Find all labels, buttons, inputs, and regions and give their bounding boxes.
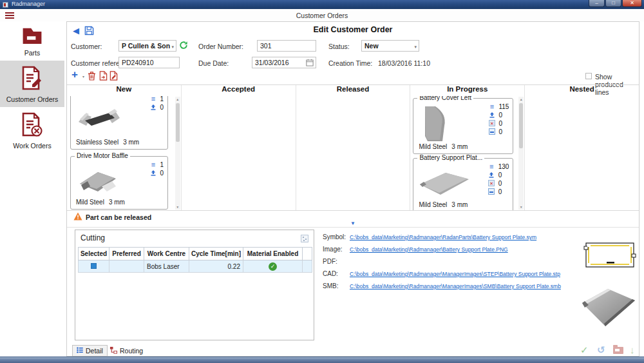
sidebar-item-customer-orders[interactable]: Customer Orders: [0, 61, 64, 107]
menu-strip: Customer Orders: [0, 9, 644, 21]
produced-icon: [488, 112, 496, 118]
download-button[interactable]: ↓: [630, 345, 635, 355]
col-header-cycle-time: Cycle Time[min]: [189, 248, 243, 260]
file-link[interactable]: C:\bobs_data\Marketing\Radmanager\Batter…: [350, 246, 508, 253]
order-number-input[interactable]: 301: [257, 40, 316, 52]
rejected-value: 0: [498, 180, 502, 187]
quantity-icon: ≡: [151, 96, 155, 103]
creation-time-value: 18/03/2016 11:10: [378, 59, 430, 67]
sidebar-item-label: Customer Orders: [0, 95, 64, 103]
part-card-title: Battery Support Plat...: [417, 154, 484, 161]
section-divider: [67, 227, 639, 228]
scroll-up-icon[interactable]: ▲: [518, 97, 524, 102]
due-date-value: 31/03/2016: [255, 59, 289, 66]
file-label: SMB:: [323, 282, 338, 289]
column-scrollbar[interactable]: ▲ ▼: [175, 97, 180, 210]
detail-grid-icon: [77, 347, 83, 355]
nested-value: 0: [498, 128, 502, 135]
customer-reference-input[interactable]: PD240910: [118, 57, 180, 68]
maximize-button[interactable]: □: [605, 0, 621, 7]
column-header: Released: [296, 85, 410, 96]
column-accepted: Accepted: [182, 85, 296, 210]
show-produced-checkbox[interactable]: [585, 73, 592, 79]
rejected-value: 0: [498, 120, 502, 127]
delete-line-button[interactable]: [88, 71, 96, 81]
part-material: Stainless Steel3 mm: [76, 139, 139, 146]
edit-line-button[interactable]: [109, 71, 118, 81]
rejected-icon: ✕: [488, 120, 496, 126]
work-centre-table: Selected Preferred Work Centre Cycle Tim…: [78, 247, 312, 273]
sidebar-item-work-orders[interactable]: Work Orders: [0, 107, 64, 153]
close-button[interactable]: ✕: [622, 0, 642, 7]
folder-button[interactable]: [613, 347, 623, 354]
sidebar-item-label: Parts: [0, 49, 64, 57]
cycle-time-cell: 0.22: [189, 260, 243, 273]
produced-value: 0: [160, 170, 164, 177]
scroll-up-icon[interactable]: ▲: [175, 97, 180, 102]
column-body: [182, 96, 296, 210]
customer-value: P Cullen & Son: [122, 42, 170, 50]
column-body: Battery Cover Left ≡115 0 ✕0 0 Mild Stee…: [410, 96, 524, 210]
part-thumbnail: [76, 104, 122, 135]
customer-reference-value: PD240910: [122, 59, 154, 66]
part-card-title: Battery Cover Left: [417, 96, 473, 101]
column-body: Chassis Base Panel ≡1 0 Stainless Steel3…: [67, 96, 181, 210]
calendar-icon[interactable]: [306, 59, 314, 68]
part-material: Mild Steel3 mm: [76, 199, 125, 206]
column-released: Released: [296, 85, 411, 210]
confirm-button[interactable]: ✓: [580, 345, 589, 355]
detail-expander-icon[interactable]: ▼: [67, 221, 639, 226]
file-link[interactable]: C:\bobs_data\Marketing\Radmanager\Manage…: [350, 271, 560, 277]
minimize-button[interactable]: –: [589, 0, 605, 7]
refresh-customer-icon[interactable]: [179, 41, 188, 50]
tab-detail[interactable]: Detail: [72, 345, 108, 357]
column-scrollbar[interactable]: ▲ ▼: [518, 97, 524, 210]
tab-routing[interactable]: Routing: [106, 345, 147, 357]
window-titlebar[interactable]: Radmanager – □ ✕: [0, 0, 644, 9]
part-card[interactable]: Drive Motor Baffle ≡1 0 Mild Steel3 mm: [70, 156, 168, 210]
part-thumbnail: [417, 169, 471, 197]
sidebar-item-parts[interactable]: Parts: [0, 21, 64, 61]
produced-value: 0: [160, 104, 164, 111]
part-card[interactable]: Battery Cover Left ≡115 0 ✕0 0 Mild Stee…: [413, 98, 513, 154]
column-header: Nested: [525, 85, 639, 96]
col-header-selected: Selected: [79, 248, 109, 260]
add-line-button[interactable]: +: [71, 69, 78, 80]
part-card-title: Drive Motor Baffle: [75, 152, 130, 159]
column-body: [296, 96, 410, 210]
column-header: New: [67, 85, 181, 96]
add-line-dropdown-icon[interactable]: ▾: [82, 75, 84, 79]
produced-icon: [149, 104, 157, 110]
part-card[interactable]: Battery Support Plat... ≡130 0 ✕0 0 Mild…: [413, 158, 513, 210]
quantity-value: 130: [498, 163, 509, 170]
quantity-icon: ≡: [490, 103, 494, 110]
customer-select[interactable]: P Cullen & Son ▾: [118, 40, 176, 52]
due-date-input[interactable]: 31/03/2016: [252, 57, 316, 68]
file-link[interactable]: C:\bobs_data\Marketing\Radmanager\RadanP…: [350, 234, 536, 240]
file-link[interactable]: C:\bobs_data\Marketing\Radmanager\Manage…: [350, 283, 561, 289]
warning-icon: [73, 212, 82, 221]
selected-checkbox[interactable]: [91, 263, 97, 269]
order-number-label: Order Number:: [198, 43, 243, 50]
scroll-down-icon[interactable]: ▼: [518, 204, 524, 210]
part-thumbnail: [422, 105, 450, 142]
scroll-down-icon[interactable]: ▼: [175, 204, 180, 210]
file-label: CAD:: [323, 270, 338, 277]
part-3d-preview: [577, 284, 639, 333]
undo-button[interactable]: ↺: [597, 345, 605, 355]
material-enabled-icon: ✓: [269, 262, 277, 271]
routing-icon: [109, 346, 117, 355]
table-row[interactable]: Bobs Laser 0.22 ✓: [79, 260, 312, 273]
col-header-material-enabled: Material Enabled: [243, 248, 303, 260]
page-title: Edit Customer Order: [67, 25, 639, 34]
sidebar: Parts Customer Orders Work Orders: [0, 21, 64, 357]
drawing-preview: [582, 240, 638, 271]
status-select[interactable]: New ▾: [361, 40, 419, 52]
part-card[interactable]: Chassis Base Panel ≡1 0 Stainless Steel3…: [70, 96, 168, 150]
popout-icon[interactable]: [301, 235, 308, 242]
work-orders-icon: [21, 128, 43, 139]
export-line-button[interactable]: [99, 71, 108, 81]
quantity-value: 115: [498, 103, 509, 110]
produced-icon: [149, 170, 157, 176]
rejected-icon: ✕: [488, 180, 496, 186]
